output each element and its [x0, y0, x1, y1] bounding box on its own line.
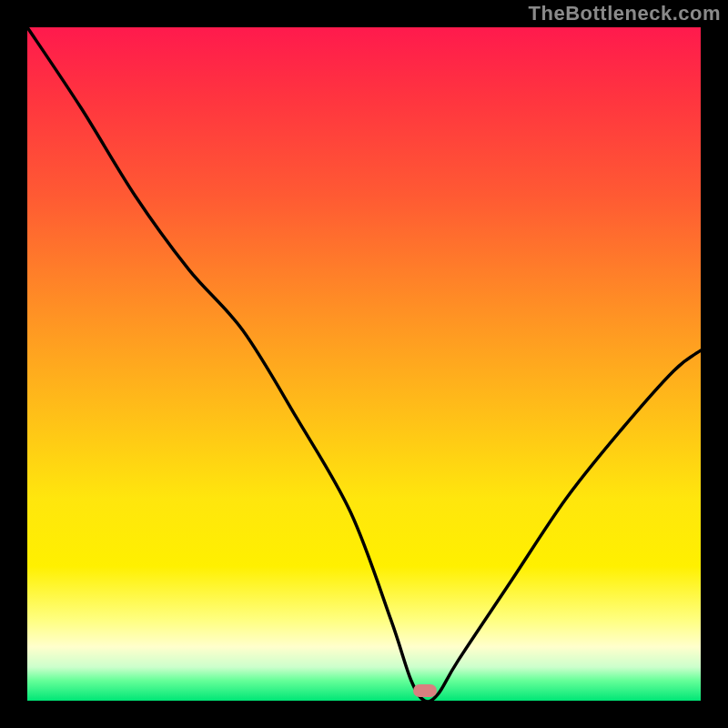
watermark-text: TheBottleneck.com [529, 2, 721, 25]
bottleneck-curve [27, 27, 701, 701]
chart-frame: TheBottleneck.com [0, 0, 728, 728]
optimum-marker [413, 684, 437, 697]
plot-area [27, 27, 701, 701]
